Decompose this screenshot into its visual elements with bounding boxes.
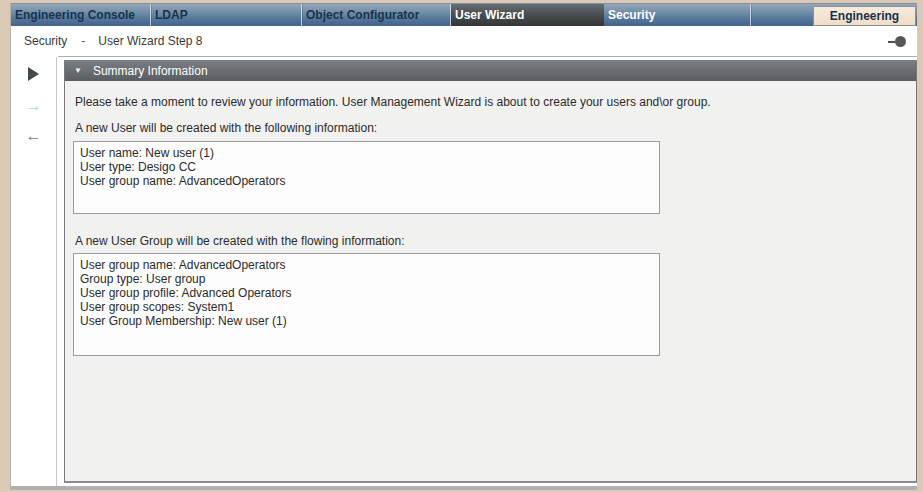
header-divider [58,56,917,57]
tab-label: Object Configurator [306,8,419,22]
panel-title: Summary Information [93,64,208,78]
tab-ldap[interactable]: LDAP [151,4,302,26]
breadcrumb-page-title: User Wizard Step 8 [98,34,202,48]
summary-content: Please take a moment to review your info… [65,81,916,356]
tab-label: User Wizard [455,8,524,22]
main-area: → ← ▼ Summary Information Please take a … [11,56,917,490]
sidebar-divider [56,57,57,486]
application-window: Engineering Console LDAP Object Configur… [0,0,923,492]
summary-line: User Group Membership: New user (1) [80,314,653,328]
summary-line: User type: Desigo CC [80,160,653,174]
intro-text: Please take a moment to review your info… [75,95,916,109]
summary-expander-header[interactable]: ▼ Summary Information [65,60,916,81]
tab-label: Security [608,8,655,22]
back-arrow-icon[interactable]: ← [11,127,56,145]
summary-line: User group profile: Advanced Operators [80,286,653,300]
wizard-toolbar: → ← [11,56,56,486]
summary-line: User group name: AdvancedOperators [80,258,653,272]
tab-engineering-console[interactable]: Engineering Console [11,4,151,26]
tab-bar: Engineering Console LDAP Object Configur… [11,3,917,26]
tab-label: Engineering Console [15,8,135,22]
engineering-mode-button[interactable]: Engineering [813,6,916,26]
forward-arrow-icon[interactable]: → [11,97,56,115]
breadcrumb-system[interactable]: Security [24,34,67,48]
group-section-label: A new User Group will be created with th… [75,234,916,248]
summary-panel: ▼ Summary Information Please take a mome… [64,60,917,483]
group-summary-box: User group name: AdvancedOperators Group… [73,253,660,356]
summary-line: User group name: AdvancedOperators [80,174,653,188]
breadcrumb-separator: - [81,34,85,48]
user-summary-box: User name: New user (1) User type: Desig… [73,141,660,214]
run-button[interactable] [11,65,56,83]
window-frame: Engineering Console LDAP Object Configur… [10,3,917,490]
pin-tail [888,41,895,43]
summary-line: Group type: User group [80,272,653,286]
tab-label: LDAP [155,8,188,22]
tab-user-wizard[interactable]: User Wizard [451,4,604,26]
tab-object-configurator[interactable]: Object Configurator [302,4,451,26]
tab-security[interactable]: Security [604,4,751,26]
pin-dot [895,36,906,47]
pin-icon[interactable] [888,36,906,47]
user-section-label: A new User will be created with the foll… [75,121,916,135]
summary-line: User name: New user (1) [80,146,653,160]
play-icon [28,67,39,81]
bottom-edge [11,486,917,490]
collapse-triangle-icon: ▼ [74,67,82,75]
summary-line: User group scopes: System1 [80,300,653,314]
breadcrumb: Security - User Wizard Step 8 [11,26,917,56]
